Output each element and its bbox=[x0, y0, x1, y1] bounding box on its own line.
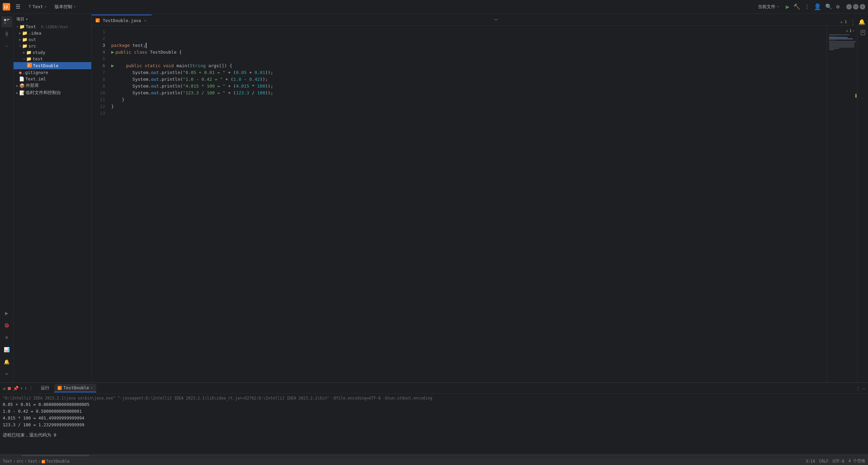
run-button[interactable]: ▶ bbox=[786, 3, 790, 10]
status-indent[interactable]: 4 个空格 bbox=[848, 459, 865, 464]
tab-more-button[interactable]: ⋯ bbox=[492, 14, 500, 25]
commit-icon[interactable] bbox=[1, 29, 12, 39]
search-everywhere-button[interactable]: 🔍 bbox=[825, 3, 832, 10]
status-right-items: 3:14 CRLF UTF-8 4 个空格 bbox=[806, 459, 865, 464]
code-line-11: } bbox=[111, 96, 827, 103]
line-num-12: 12 bbox=[92, 103, 105, 110]
console-output-line-3: 4.015 * 100 = 401.49999999999994 bbox=[3, 415, 865, 422]
svg-text:IJ: IJ bbox=[4, 4, 8, 10]
project-menu[interactable]: T Text ▾ bbox=[26, 3, 49, 11]
maximize-button[interactable]: ❐ bbox=[853, 4, 859, 10]
status-cursor-pos[interactable]: 3:14 bbox=[806, 459, 815, 464]
sidebar-bottom-icons: ▶ 🐞 ⊕ 📊 🔔 ⌨ bbox=[1, 308, 12, 382]
status-bar: Text › src › test › J TestDouble 3:14 CR… bbox=[0, 457, 868, 465]
warning-indicator[interactable]: ⚠ 1 bbox=[840, 20, 847, 24]
profiler-icon[interactable]: 📊 bbox=[1, 344, 12, 355]
tab-testdouble[interactable]: J TestDouble.java ✕ bbox=[92, 15, 152, 25]
line-num-10: 10 bbox=[92, 90, 105, 96]
tab-close-button[interactable]: ✕ bbox=[143, 18, 147, 23]
console-tab[interactable]: J TestDouble ✕ bbox=[54, 384, 96, 392]
svg-point-6 bbox=[6, 33, 8, 35]
code-line-12: } bbox=[111, 103, 827, 110]
code-line-7: System.out.println("0.05 + 0.01 = " + (0… bbox=[111, 69, 827, 76]
run-line4-button[interactable]: ▶ bbox=[111, 49, 114, 56]
titlebar-actions: 当前文件 ▾ ▶ 🔨 ⋮ 👤 🔍 ⚙ — ❐ ✕ bbox=[755, 2, 865, 11]
sidebar-icon-bar: ⋯ ▶ 🐞 ⊕ 📊 🔔 ⌨ bbox=[0, 14, 14, 382]
terminal-sidebar-icon[interactable]: ⌨ bbox=[1, 369, 12, 379]
tree-item-src[interactable]: ▾ 📁 src bbox=[14, 43, 91, 49]
tree-item-gitignore[interactable]: ● .gitignore bbox=[14, 69, 91, 76]
debug-sidebar-icon[interactable]: 🐞 bbox=[1, 320, 12, 331]
build-button[interactable]: 🔨 bbox=[793, 3, 800, 10]
console-output-line-2: 1.0 - 0.42 = 0.5800000000000001 bbox=[3, 408, 865, 415]
settings-run-button[interactable]: ⋮ bbox=[28, 386, 33, 391]
console-output: "D:\IntelliJ IDEA 2023.2.1\java se\bin\j… bbox=[0, 394, 868, 454]
line-num-5: 5 bbox=[92, 56, 105, 62]
svg-rect-5 bbox=[4, 22, 6, 24]
tree-item-study[interactable]: ▶ 📁 study bbox=[14, 49, 91, 56]
run-tab[interactable]: 运行 bbox=[37, 384, 53, 392]
run-sidebar-icon[interactable]: ▶ bbox=[1, 308, 12, 318]
line-num-9: 9 bbox=[92, 83, 105, 90]
code-line-5 bbox=[111, 56, 827, 62]
tree-item-out[interactable]: ▶ 📁 out bbox=[14, 36, 91, 43]
tree-item-root[interactable]: ▾ 📁 Text E:\IDEA\Text bbox=[14, 23, 91, 30]
editor-content[interactable]: 1 2 3 4 5 6 7 8 9 10 11 12 13 bbox=[92, 26, 868, 382]
console-tab-close[interactable]: ✕ bbox=[91, 386, 93, 390]
tree-item-scratch[interactable]: ▶ 📝 临时文件和控制台 bbox=[14, 89, 91, 96]
svg-rect-2 bbox=[4, 19, 6, 21]
settings-button[interactable]: ⚙ bbox=[836, 3, 840, 10]
svg-rect-3 bbox=[7, 19, 9, 20]
current-file-menu[interactable]: 当前文件 ▾ bbox=[755, 2, 782, 11]
tree-item-idea[interactable]: ▶ 📁 .idea bbox=[14, 30, 91, 36]
bottom-more-button[interactable]: ⋮ bbox=[856, 386, 861, 391]
line-num-3: 3 bbox=[92, 42, 105, 49]
rerun-button[interactable]: ↺ bbox=[3, 386, 5, 391]
bottom-panel: ↺ ⏹ 📌 ⬇ ⬆ ⋮ 运行 J TestDouble ✕ ⋮ — bbox=[0, 382, 868, 457]
code-line-9: System.out.println("4.015 * 100 = " + (4… bbox=[111, 83, 827, 90]
console-output-line-4: 123.3 / 100 = 1.2329999999999999 bbox=[3, 422, 865, 428]
more-actions-button[interactable]: ⋮ bbox=[804, 3, 810, 10]
coverage-icon[interactable]: ⊕ bbox=[1, 332, 12, 343]
collapse-button[interactable]: ⬇ bbox=[20, 386, 23, 391]
svg-text:J: J bbox=[58, 387, 60, 390]
notifications-editor-icon[interactable]: 🔔 bbox=[859, 19, 865, 25]
right-icon-bar bbox=[857, 26, 868, 382]
minimize-button[interactable]: — bbox=[846, 4, 852, 10]
expand-button[interactable]: ⬆ bbox=[24, 386, 27, 391]
line-num-6: 6 bbox=[92, 62, 105, 69]
run-line6-button[interactable]: ▶ bbox=[111, 62, 114, 70]
code-line-10: System.out.println("123.3 / 100 = " + (1… bbox=[111, 90, 827, 96]
plugins-icon[interactable]: ⋯ bbox=[1, 41, 12, 52]
bottom-minimize-button[interactable]: — bbox=[863, 386, 865, 391]
code-editor[interactable]: package test; ▶ public class TestDouble … bbox=[108, 26, 827, 382]
tree-item-external-libs[interactable]: ▶ 📦 外部库 bbox=[14, 82, 91, 89]
file-tree-panel: 项目 ▾ ▾ 📁 Text E:\IDEA\Text ▶ 📁 .idea ▶ 📁… bbox=[14, 14, 92, 382]
close-button[interactable]: ✕ bbox=[860, 4, 865, 10]
pin-button[interactable]: 📌 bbox=[13, 386, 19, 391]
status-breadcrumb[interactable]: Text › src › test › J TestDouble bbox=[3, 459, 70, 464]
tree-item-testdouble[interactable]: J TestDouble bbox=[14, 62, 91, 69]
bookmarks-panel-icon[interactable] bbox=[859, 29, 867, 37]
stop-button[interactable]: ⏹ bbox=[7, 386, 12, 391]
svg-text:J: J bbox=[28, 64, 29, 67]
line-num-7: 7 bbox=[92, 69, 105, 76]
hamburger-menu[interactable]: ☰ bbox=[13, 2, 23, 11]
project-tree-header[interactable]: 项目 ▾ bbox=[14, 15, 91, 23]
editor-more-button[interactable]: ⋮ bbox=[850, 18, 856, 25]
tree-item-textiml[interactable]: 📄 Text.iml bbox=[14, 76, 91, 82]
code-line-13 bbox=[111, 110, 827, 117]
bottom-tab-bar: ↺ ⏹ 📌 ⬇ ⬆ ⋮ 运行 J TestDouble ✕ ⋮ — bbox=[0, 383, 868, 394]
project-tree-icon[interactable] bbox=[1, 16, 12, 27]
tree-item-test[interactable]: ▾ 📁 test bbox=[14, 56, 91, 62]
titlebar: IJ ☰ T Text ▾ 版本控制 ▾ 当前文件 ▾ ▶ 🔨 ⋮ 👤 🔍 ⚙ … bbox=[0, 0, 868, 14]
code-line-4: ▶ public class TestDouble { bbox=[111, 49, 827, 56]
line-num-1: 1 bbox=[92, 29, 105, 35]
svg-rect-4 bbox=[7, 20, 8, 21]
status-line-ending[interactable]: CRLF bbox=[819, 459, 829, 464]
account-button[interactable]: 👤 bbox=[814, 3, 821, 10]
main-area: ⋯ ▶ 🐞 ⊕ 📊 🔔 ⌨ 项目 ▾ ▾ 📁 Text E:\IDEA\Text… bbox=[0, 14, 868, 382]
status-encoding[interactable]: UTF-8 bbox=[833, 459, 845, 464]
notifications-icon[interactable]: 🔔 bbox=[1, 356, 12, 367]
vcs-menu[interactable]: 版本控制 ▾ bbox=[52, 2, 78, 11]
